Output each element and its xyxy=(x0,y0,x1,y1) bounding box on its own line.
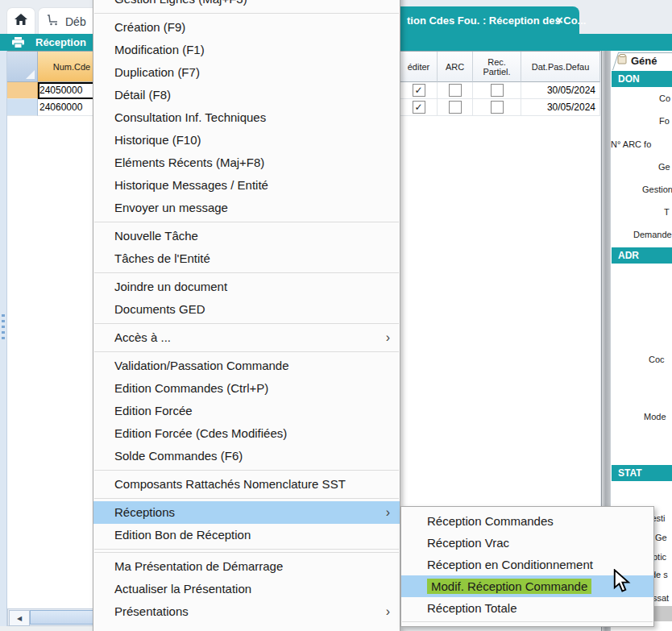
menu-separator xyxy=(94,549,399,550)
checkbox-checked[interactable]: ✓ xyxy=(413,101,425,114)
menu-item-acces-a[interactable]: Accès à ...› xyxy=(93,326,400,349)
field-label: N° ARC fo xyxy=(611,139,651,149)
menu-separator xyxy=(94,552,399,553)
mouse-cursor-icon xyxy=(612,569,633,596)
field-label: Mode xyxy=(644,412,666,421)
menu-item-composants-rattaches[interactable]: Composants Rattachés Nomenclature SST xyxy=(93,473,400,496)
field-label-fragment: ssat xyxy=(653,593,669,603)
menu-item-label: Présentations xyxy=(114,604,189,618)
menu-separator xyxy=(94,13,399,14)
col-header-arc[interactable]: ARC xyxy=(438,52,473,82)
checkbox-unchecked[interactable] xyxy=(491,84,504,97)
submenu-arrow-icon: › xyxy=(386,501,390,524)
menu-separator xyxy=(94,272,399,273)
col-header-date[interactable]: Dat.Pas.Defau xyxy=(521,52,600,82)
menu-item-solde-commandes[interactable]: Solde Commandes (F6) xyxy=(93,445,400,467)
cell-editer[interactable]: ✓ xyxy=(400,99,438,116)
col-header-editer[interactable]: éditer xyxy=(400,52,438,82)
field-label: Gestion xyxy=(642,185,672,194)
section-header-statut: STAT xyxy=(612,465,672,481)
field-label-fragment: ptic xyxy=(653,552,666,562)
menu-item-duplication[interactable]: Duplication (F7) xyxy=(93,61,400,84)
menu-separator xyxy=(94,470,399,471)
cell-arc[interactable] xyxy=(438,82,473,99)
field-label-fragment: Ge xyxy=(655,533,667,542)
context-menu: Gestion Lignes (Maj+F3) Création (F9) Mo… xyxy=(93,0,400,631)
section-header-adresse: ADR xyxy=(612,247,672,264)
cart-icon xyxy=(47,15,60,28)
checkbox-checked[interactable]: ✓ xyxy=(413,84,425,97)
scroll-left-icon: ◀ xyxy=(17,615,22,622)
menu-item-taches-entite[interactable]: Tâches de l'Entité xyxy=(93,247,400,270)
row-selector[interactable] xyxy=(7,99,38,116)
menu-separator xyxy=(402,621,653,622)
menu-item-historique[interactable]: Historique (F10) xyxy=(93,129,400,152)
menu-item-detail[interactable]: Détail (F8) xyxy=(93,84,400,106)
receptions-submenu: Réception Commandes Réception Vrac Récep… xyxy=(400,506,654,627)
menu-item-modification[interactable]: Modification (F1) xyxy=(93,39,400,61)
printer-icon[interactable] xyxy=(11,37,25,52)
home-tab[interactable] xyxy=(6,7,35,35)
section-header-partial xyxy=(653,606,672,621)
app-window: Déb tion Cdes Fou. : Réception des Co...… xyxy=(0,0,672,631)
field-label: Coc xyxy=(649,355,665,364)
grid-corner-cell[interactable] xyxy=(7,52,38,82)
menu-item-edition-forcee[interactable]: Edition Forcée xyxy=(93,400,400,422)
cell-date[interactable]: 30/05/2024 xyxy=(521,82,600,99)
submenu-arrow-icon: › xyxy=(386,326,390,349)
checkbox-unchecked[interactable] xyxy=(449,101,462,114)
menu-separator xyxy=(94,498,399,499)
menu-item-edition-forcee-modifiees[interactable]: Edition Forcée (Cdes Modifiées) xyxy=(93,422,400,445)
field-label: Fo xyxy=(659,116,670,126)
panel-tab-text: Géné xyxy=(631,55,657,67)
field-label: Co xyxy=(659,93,670,103)
toolbar-title: Réception xyxy=(35,36,86,48)
menu-item-label: Accès à ... xyxy=(114,330,171,344)
menu-item-ma-presentation[interactable]: Ma Présentation de Démarrage xyxy=(93,555,400,578)
menu-separator xyxy=(94,222,399,222)
cell-editer[interactable]: ✓ xyxy=(400,82,438,99)
row-selector[interactable] xyxy=(7,82,38,99)
submenu-arrow-icon: › xyxy=(386,600,390,623)
section-header-donnees: DON xyxy=(612,71,672,87)
field-label: Ge xyxy=(658,162,670,172)
note-icon xyxy=(617,54,628,67)
menu-item-edition-commandes[interactable]: Edition Commandes (Ctrl+P) xyxy=(93,377,400,400)
menu-item-presentations[interactable]: Présentations› xyxy=(93,600,400,623)
scroll-left-button[interactable]: ◀ xyxy=(9,610,30,626)
checkbox-unchecked[interactable] xyxy=(491,101,504,114)
cell-date[interactable]: 30/05/2024 xyxy=(521,99,600,116)
menu-item-consultation-inf[interactable]: Consultation Inf. Techniques xyxy=(93,106,400,129)
menu-item-creation[interactable]: Création (F9) xyxy=(93,16,400,39)
checkbox-unchecked[interactable] xyxy=(449,84,462,97)
menu-item-envoyer-message[interactable]: Envoyer un message xyxy=(93,197,400,219)
menu-item-documents-ged[interactable]: Documents GED xyxy=(93,298,400,321)
highlighted-target-label: Modif. Réception Commande xyxy=(427,579,591,594)
tab-label: Déb xyxy=(65,15,86,28)
menu-item-edition-bon-reception[interactable]: Edition Bon de Réception xyxy=(93,524,400,546)
menu-item-receptions[interactable]: Réceptions› xyxy=(93,501,400,524)
home-icon xyxy=(15,14,27,29)
menu-item-nouvelle-tache[interactable]: Nouvelle Tâche xyxy=(93,225,400,247)
panel-tab-general-label[interactable]: Géné xyxy=(617,54,657,67)
menu-item-joindre-document[interactable]: Joindre un document xyxy=(93,276,400,298)
tab-close-icon[interactable]: × xyxy=(556,13,563,27)
field-label: T xyxy=(664,207,670,217)
menu-item-label: Réceptions xyxy=(114,505,175,519)
menu-separator xyxy=(94,351,399,352)
menu-item-gestion-lignes[interactable]: Gestion Lignes (Maj+F3) xyxy=(93,0,400,10)
menu-separator xyxy=(94,323,399,324)
col-header-rec-partiel[interactable]: Rec. Partiel. xyxy=(473,52,521,82)
menu-item-validation-passation[interactable]: Validation/Passation Commande xyxy=(93,355,400,377)
menu-item-historique-messages[interactable]: Historique Messages / Entité xyxy=(93,174,400,197)
cell-arc[interactable] xyxy=(438,99,473,116)
left-splitter[interactable] xyxy=(0,51,7,631)
cell-rec-partiel[interactable] xyxy=(473,99,521,116)
submenu-item-reception-commandes[interactable]: Réception Commandes xyxy=(401,510,653,532)
field-label: Demande xyxy=(633,230,672,239)
menu-item-elements-recents[interactable]: Eléments Récents (Maj+F8) xyxy=(93,152,400,174)
submenu-item-reception-totale[interactable]: Réception Totale xyxy=(401,597,653,619)
menu-item-actualiser-presentation[interactable]: Actualiser la Présentation xyxy=(93,578,400,600)
cell-rec-partiel[interactable] xyxy=(473,82,521,99)
submenu-item-reception-vrac[interactable]: Réception Vrac xyxy=(401,532,653,554)
